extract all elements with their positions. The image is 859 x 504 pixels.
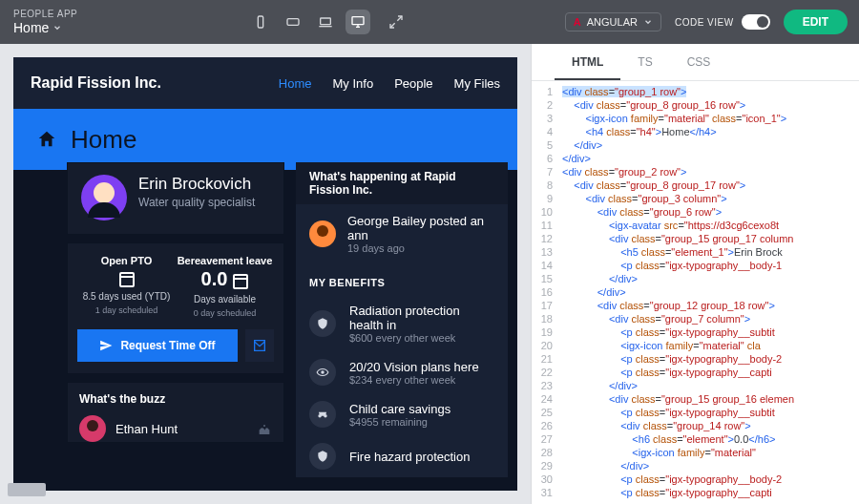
framework-select[interactable]: A ANGULAR — [565, 12, 661, 32]
app-header: Rapid Fission Inc. Home My Info People M… — [13, 57, 517, 109]
line-gutter: 1234567891011121314151617181920212223242… — [532, 81, 558, 504]
toggle-switch-on — [742, 14, 770, 30]
nav-my-info[interactable]: My Info — [333, 76, 374, 91]
avatar — [309, 220, 336, 247]
code-tabs: HTML TS CSS — [532, 44, 859, 81]
svg-rect-4 — [352, 17, 364, 25]
scrollbar[interactable] — [8, 483, 46, 496]
calendar-icon — [233, 274, 248, 289]
tab-css[interactable]: CSS — [670, 44, 728, 80]
device-laptop-button[interactable] — [313, 10, 338, 34]
preview-canvas: Rapid Fission Inc. Home My Info People M… — [0, 44, 531, 504]
request-time-off-button[interactable]: Request Time Off — [77, 329, 238, 362]
feed-item[interactable]: George Bailey posted an ann 19 days ago — [296, 204, 508, 263]
benefit-row[interactable]: Fire hazard protection — [296, 435, 508, 477]
shield-icon — [309, 443, 336, 470]
pto-card: Open PTO 8.5 days used (YTD) 1 day sched… — [67, 242, 284, 374]
eye-icon — [309, 359, 336, 386]
shield-icon — [309, 310, 336, 337]
benefits-header: MY BENEFITS — [296, 263, 508, 296]
mail-button[interactable] — [245, 329, 274, 362]
svg-line-7 — [397, 16, 402, 21]
code-view-toggle[interactable]: CODE VIEW — [675, 14, 770, 30]
code-pane: HTML TS CSS 1234567891011121314151617181… — [531, 44, 859, 504]
buzz-row[interactable]: Ethan Hunt — [79, 415, 272, 442]
cake-icon — [257, 421, 272, 436]
page-title: Home — [71, 125, 136, 155]
device-preview-group — [91, 10, 565, 34]
angular-icon: A — [574, 16, 581, 28]
expand-fullscreen-button[interactable] — [384, 10, 409, 34]
happening-header: What's happening at Rapid Fission Inc. — [296, 162, 508, 204]
chevron-down-icon — [52, 23, 62, 32]
page-banner: Home — [13, 109, 517, 170]
profile-role: Water quality specialist — [138, 196, 255, 209]
benefit-row[interactable]: Child care savings$4955 remaining — [296, 393, 508, 435]
svg-point-9 — [321, 370, 325, 374]
happening-panel: What's happening at Rapid Fission Inc. G… — [296, 162, 508, 477]
tab-ts[interactable]: TS — [620, 44, 669, 80]
profile-name: Erin Brockovich — [138, 175, 255, 194]
buzz-name: Ethan Hunt — [115, 422, 247, 436]
framework-label: ANGULAR — [587, 16, 638, 28]
stroller-icon — [309, 401, 336, 428]
mail-icon — [252, 338, 267, 353]
code-body[interactable]: <div class="group_1 row"> <div class="gr… — [558, 81, 859, 504]
app-nav: Home My Info People My Files — [279, 76, 500, 91]
pto-bereavement: Bereavement leave 0.0 Days available 0 d… — [176, 255, 274, 318]
benefit-row[interactable]: 20/20 Vision plans here$234 every other … — [296, 351, 508, 393]
tab-html[interactable]: HTML — [555, 44, 620, 80]
breadcrumb-page: Home — [13, 20, 49, 35]
svg-rect-1 — [287, 19, 299, 26]
home-icon — [36, 129, 57, 150]
calendar-icon — [119, 272, 135, 287]
breadcrumb[interactable]: PEOPLE APP Home — [0, 5, 91, 39]
preview-frame[interactable]: Rapid Fission Inc. Home My Info People M… — [13, 57, 517, 491]
device-desktop-button[interactable] — [346, 10, 370, 34]
svg-line-8 — [390, 23, 395, 28]
nav-people[interactable]: People — [394, 76, 432, 91]
nav-home[interactable]: Home — [279, 76, 312, 91]
send-icon — [99, 339, 113, 352]
avatar — [81, 175, 127, 220]
chevron-down-icon — [643, 17, 653, 27]
nav-my-files[interactable]: My Files — [454, 76, 500, 91]
profile-card: Erin Brockovich Water quality specialist — [67, 162, 284, 235]
device-phone-button[interactable] — [248, 10, 273, 34]
avatar — [79, 415, 106, 442]
app-topbar: PEOPLE APP Home A ANGULAR CODE VIEW EDIT — [0, 0, 859, 44]
pto-open: Open PTO 8.5 days used (YTD) 1 day sched… — [77, 255, 176, 318]
edit-button[interactable]: EDIT — [784, 10, 848, 34]
code-editor[interactable]: 1234567891011121314151617181920212223242… — [532, 81, 859, 504]
brand-title: Rapid Fission Inc. — [31, 74, 279, 92]
buzz-header: What's the buzz — [79, 392, 272, 406]
svg-rect-0 — [258, 16, 262, 28]
buzz-card: What's the buzz Ethan Hunt — [67, 382, 284, 443]
device-tablet-landscape-button[interactable] — [281, 10, 305, 34]
benefit-row[interactable]: Radiation protection health in$600 every… — [296, 296, 508, 351]
svg-rect-2 — [320, 18, 330, 25]
breadcrumb-root: PEOPLE APP — [13, 9, 77, 19]
